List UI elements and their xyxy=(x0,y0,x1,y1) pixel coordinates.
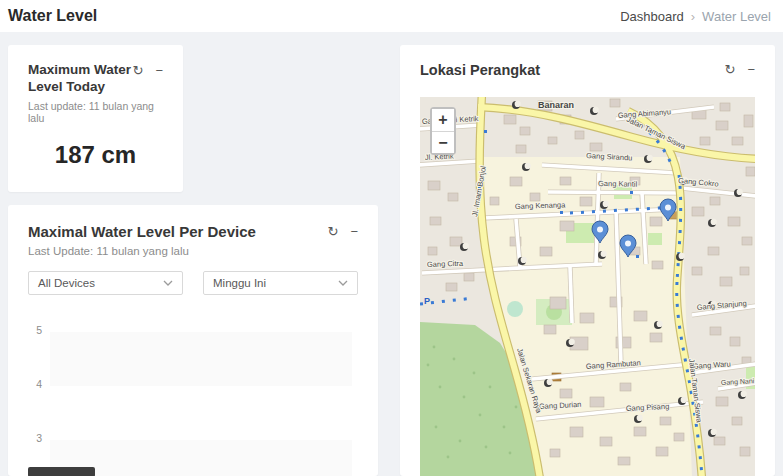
card-title: Maximum Water Level Today xyxy=(28,62,133,96)
breadcrumb: Dashboard › Water Level xyxy=(620,9,771,24)
zoom-out-button[interactable]: − xyxy=(432,131,454,153)
card-title: Maximal Water Level Per Device xyxy=(28,223,256,242)
breadcrumb-dashboard[interactable]: Dashboard xyxy=(620,9,684,24)
water-level-value: 187 cm xyxy=(28,141,163,169)
y-axis-tick: 3 xyxy=(28,432,42,444)
chevron-down-icon xyxy=(163,280,173,286)
period-filter-value: Minggu Ini xyxy=(213,277,266,289)
map-place-label: Banaran xyxy=(538,100,574,110)
chart-gridband xyxy=(50,332,352,386)
map-street-label: Gang Kenanga xyxy=(515,200,567,211)
collapse-icon[interactable]: − xyxy=(350,225,358,238)
card-device-location: Lokasi Perangkat ↻ − + − xyxy=(400,45,775,476)
collapse-icon[interactable]: − xyxy=(747,63,755,76)
zoom-in-button[interactable]: + xyxy=(432,109,454,131)
device-filter-select[interactable]: All Devices xyxy=(28,271,183,295)
map-street-label: Gang Citra xyxy=(427,259,464,269)
chart-dark-fragment xyxy=(28,467,95,476)
card-max-water-level-today: Maximum Water Level Today ↻ − Last updat… xyxy=(8,45,183,192)
device-filter-value: All Devices xyxy=(38,277,95,289)
last-update-text: Last Update: 11 bulan yang lalu xyxy=(28,245,358,257)
collapse-icon[interactable]: − xyxy=(155,64,163,77)
refresh-icon[interactable]: ↻ xyxy=(133,64,144,77)
page-title: Water Level xyxy=(8,7,97,25)
breadcrumb-water-level: Water Level xyxy=(702,9,771,24)
y-axis-tick: 5 xyxy=(28,324,42,336)
chart-area: 5 4 3 xyxy=(28,327,358,476)
map-street-label: Gang Kantil xyxy=(598,179,638,189)
device-map[interactable]: + − xyxy=(420,97,755,476)
breadcrumb-separator: › xyxy=(691,9,695,24)
period-filter-select[interactable]: Minggu Ini xyxy=(203,271,358,295)
card-max-water-level-per-device: Maximal Water Level Per Device ↻ − Last … xyxy=(8,205,378,476)
header-bar: Water Level Dashboard › Water Level xyxy=(0,0,783,32)
map-zoom-control: + − xyxy=(430,107,456,155)
refresh-icon[interactable]: ↻ xyxy=(725,63,736,76)
chevron-down-icon xyxy=(338,280,348,286)
card-title: Lokasi Perangkat xyxy=(420,61,540,79)
y-axis-tick: 4 xyxy=(28,378,42,390)
map-canvas: P Banaran Gang Abimanyu Jalan Taman Sisw… xyxy=(420,97,755,476)
parking-icon: P xyxy=(424,296,430,306)
refresh-icon[interactable]: ↻ xyxy=(328,225,339,238)
last-update-text: Last update: 11 bulan yang lalu xyxy=(28,100,163,124)
chart-gridband xyxy=(50,440,352,476)
